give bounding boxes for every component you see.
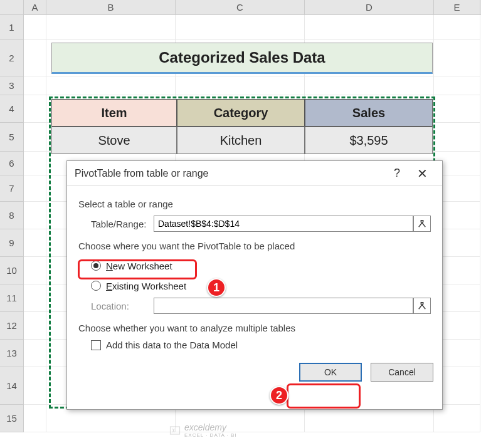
col-header-B[interactable]: B: [46, 0, 176, 14]
col-header-D[interactable]: D: [305, 0, 434, 14]
checkbox-data-model[interactable]: [91, 340, 101, 350]
cell[interactable]: [434, 95, 480, 123]
sheet-title: Categorized Sales Data: [51, 43, 433, 74]
table-header-category[interactable]: Category: [177, 99, 305, 127]
cell[interactable]: [24, 15, 46, 40]
row-header-4[interactable]: 4: [0, 95, 24, 123]
section-select-range: Select a table or range: [78, 199, 431, 209]
col-header-C[interactable]: C: [176, 0, 305, 14]
row-header-14[interactable]: 14: [0, 367, 24, 405]
col-header-E[interactable]: E: [434, 0, 480, 14]
row-header-10[interactable]: 10: [0, 257, 24, 284]
collapse-icon: [418, 219, 426, 228]
table-range-input[interactable]: [154, 216, 413, 232]
cell[interactable]: [24, 257, 46, 284]
cell[interactable]: [434, 123, 480, 152]
logo-icon: [169, 425, 181, 436]
table-header-item[interactable]: Item: [51, 99, 177, 127]
table-cell-item[interactable]: Stove: [51, 127, 177, 154]
callout-badge-1: 1: [207, 278, 226, 297]
cell[interactable]: [434, 76, 480, 95]
checkbox-data-model-label: Add this data to the Data Model: [106, 340, 238, 350]
radio-existing-worksheet-label: Existing Worksheet: [106, 281, 186, 291]
cell[interactable]: [24, 95, 46, 123]
row-header-1[interactable]: 1: [0, 15, 24, 40]
table-cell-category[interactable]: Kitchen: [177, 127, 305, 154]
cell[interactable]: [434, 15, 480, 40]
row-header-9[interactable]: 9: [0, 229, 24, 257]
cell[interactable]: [434, 40, 480, 76]
section-placement: Choose where you want the PivotTable to …: [78, 241, 431, 251]
row-header-12[interactable]: 12: [0, 312, 24, 340]
svg-rect-0: [171, 427, 180, 434]
cell[interactable]: [24, 367, 46, 405]
select-all-corner[interactable]: [0, 0, 24, 14]
table-header-sales[interactable]: Sales: [305, 99, 433, 127]
cell[interactable]: [24, 152, 46, 175]
cell[interactable]: [24, 340, 46, 367]
cell[interactable]: [176, 15, 305, 40]
radio-new-worksheet[interactable]: [91, 261, 101, 271]
cell[interactable]: [24, 405, 46, 432]
col-header-A[interactable]: A: [24, 0, 46, 14]
row-header-15[interactable]: 15: [0, 405, 24, 432]
collapse-icon: [418, 301, 426, 310]
location-input[interactable]: [154, 298, 413, 314]
collapse-location-button[interactable]: [413, 298, 431, 314]
ok-button[interactable]: OK: [299, 363, 362, 382]
dialog-help-button[interactable]: ?: [384, 167, 410, 180]
cancel-button[interactable]: Cancel: [371, 363, 433, 382]
radio-existing-worksheet[interactable]: [91, 281, 101, 291]
cell[interactable]: [305, 15, 434, 40]
cell[interactable]: [24, 175, 46, 202]
row-header-5[interactable]: 5: [0, 123, 24, 152]
cell[interactable]: [24, 40, 46, 76]
cell[interactable]: [24, 202, 46, 229]
dialog-title: PivotTable from table or range: [75, 168, 384, 179]
cell[interactable]: [24, 284, 46, 312]
watermark-sub: EXCEL · DATA · BI: [184, 432, 237, 438]
cell[interactable]: [24, 76, 46, 95]
dialog-close-button[interactable]: ✕: [410, 166, 435, 181]
cell[interactable]: [24, 229, 46, 257]
cell[interactable]: [176, 76, 305, 95]
watermark: exceldemy EXCEL · DATA · BI: [169, 422, 237, 438]
data-table: Item Category Sales Stove Kitchen $3,595: [51, 99, 433, 154]
cell[interactable]: [46, 76, 176, 95]
cell[interactable]: [305, 76, 434, 95]
table-cell-sales[interactable]: $3,595: [305, 127, 433, 154]
row-header-7[interactable]: 7: [0, 175, 24, 202]
row-header-13[interactable]: 13: [0, 340, 24, 367]
section-multiple-tables: Choose whether you want to analyze multi…: [78, 323, 431, 333]
pivottable-dialog: PivotTable from table or range ? ✕ Selec…: [66, 160, 443, 410]
cell[interactable]: [24, 123, 46, 152]
collapse-range-button[interactable]: [413, 216, 431, 232]
cell[interactable]: [46, 15, 176, 40]
table-range-label: Table/Range:: [91, 219, 154, 229]
row-header-6[interactable]: 6: [0, 152, 24, 175]
callout-badge-2: 2: [270, 386, 288, 405]
radio-new-worksheet-label: New Worksheet: [106, 261, 172, 271]
row-header-3[interactable]: 3: [0, 76, 24, 95]
watermark-text: exceldemy: [184, 422, 237, 432]
row-header-2[interactable]: 2: [0, 40, 24, 76]
location-label: Location:: [91, 301, 154, 311]
row-header-8[interactable]: 8: [0, 202, 24, 229]
row-header-11[interactable]: 11: [0, 284, 24, 312]
cell[interactable]: [24, 312, 46, 340]
